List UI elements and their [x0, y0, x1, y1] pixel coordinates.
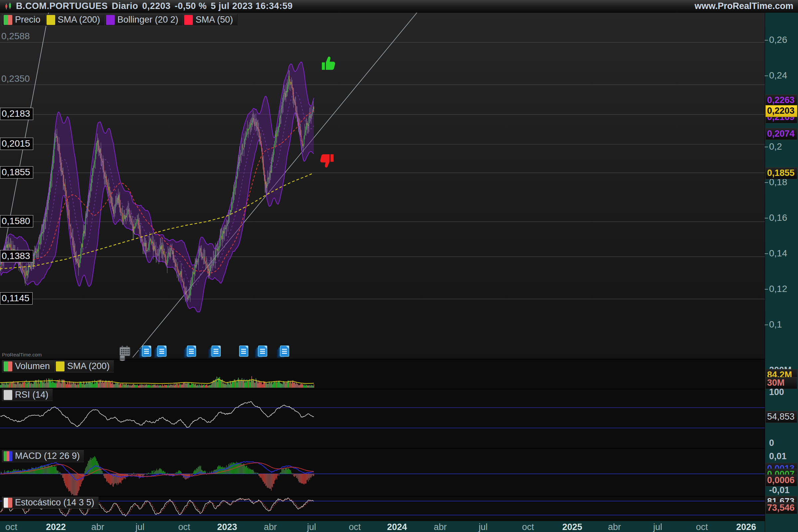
main-chart-legend: PrecioSMA (200)Bollinger (20 2)SMA (50) — [2, 14, 238, 26]
legend-item-sma200[interactable]: SMA (200) — [45, 14, 105, 26]
stochastic-legend: Estocástico (14 3 5) — [2, 497, 99, 509]
document-event-icon[interactable] — [139, 346, 151, 358]
legend-item-bollinger[interactable]: Bollinger (20 2) — [104, 14, 183, 26]
thumb-down-icon[interactable] — [320, 154, 334, 168]
document-event-icon[interactable] — [184, 346, 196, 358]
document-event-icon[interactable] — [154, 346, 166, 358]
legend-label: Bollinger (20 2) — [117, 15, 178, 25]
legend-swatch — [4, 361, 12, 372]
legend-item-volume-sma[interactable]: SMA (200) — [54, 360, 114, 373]
legend-swatch — [4, 390, 12, 400]
legend-item-stochastic[interactable]: Estocástico (14 3 5) — [2, 497, 99, 509]
legend-swatch — [46, 15, 55, 25]
legend-label: SMA (200) — [67, 361, 110, 372]
panel-separator — [0, 496, 765, 497]
legend-swatch — [4, 15, 12, 25]
watermark: ProRealTime.com — [2, 352, 41, 358]
candlestick-logo-icon — [5, 2, 13, 10]
website-link[interactable]: www.ProRealTime.com — [695, 1, 793, 11]
legend-label: SMA (200) — [58, 15, 100, 25]
last-price: 0,2203 — [142, 1, 171, 11]
panel-separator — [0, 389, 765, 390]
legend-item-rsi[interactable]: RSI (14) — [2, 389, 53, 401]
legend-label: Estocástico (14 3 5) — [15, 497, 94, 508]
proreal-time-window: B.COM.PORTUGUESDiario0,2203-0,50 %5 jul … — [0, 0, 798, 532]
document-event-icon[interactable] — [208, 346, 221, 358]
document-event-icon[interactable] — [240, 346, 248, 357]
macd-legend: MACD (12 26 9) — [2, 450, 84, 462]
document-event-icon[interactable] — [277, 346, 289, 358]
thumb-up-icon[interactable] — [322, 57, 335, 70]
legend-swatch — [56, 361, 64, 372]
symbol-title: B.COM.PORTUGUES — [16, 1, 108, 11]
legend-label: RSI (14) — [15, 390, 49, 400]
legend-label: MACD (12 26 9) — [15, 451, 80, 461]
legend-swatch — [184, 15, 193, 25]
change-percent: -0,50 % — [174, 1, 207, 11]
chart-canvas[interactable] — [0, 0, 798, 532]
legend-swatch — [4, 451, 12, 461]
title-bar: B.COM.PORTUGUESDiario0,2203-0,50 %5 jul … — [0, 0, 798, 13]
volume-legend: VolumenSMA (200) — [2, 360, 114, 373]
legend-label: Precio — [15, 15, 41, 25]
legend-label: Volumen — [15, 361, 50, 372]
legend-swatch — [106, 15, 115, 25]
legend-item-volume[interactable]: Volumen — [2, 360, 54, 373]
rsi-legend: RSI (14) — [2, 389, 53, 401]
document-event-icon[interactable] — [255, 346, 267, 358]
panel-separator — [0, 359, 765, 359]
legend-item-price[interactable]: Precio — [2, 14, 45, 26]
timestamp: 5 jul 2023 16:34:59 — [211, 1, 293, 11]
legend-label: SMA (50) — [195, 15, 233, 25]
legend-swatch — [4, 498, 12, 508]
legend-item-sma50[interactable]: SMA (50) — [183, 14, 238, 26]
timeframe-label: Diario — [112, 1, 138, 11]
legend-item-macd[interactable]: MACD (12 26 9) — [2, 450, 84, 462]
panel-separator — [0, 448, 765, 449]
